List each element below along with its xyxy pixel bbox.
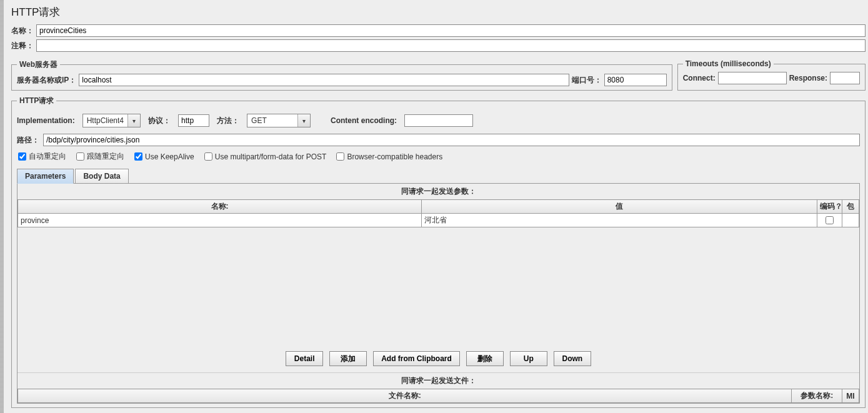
param-encode-cell[interactable] (817, 214, 842, 227)
comment-input[interactable] (36, 39, 866, 52)
name-row: 名称： (11, 24, 866, 37)
add-button[interactable]: 添加 (329, 351, 367, 366)
method-combo[interactable]: GET (247, 114, 311, 127)
chevron-down-icon (127, 114, 140, 127)
browser-compat-checkbox[interactable]: Browser-compatible headers (336, 152, 442, 161)
detail-button[interactable]: Detail (286, 351, 323, 366)
method-label: 方法： (217, 116, 239, 126)
browser-compat-box[interactable] (336, 152, 344, 161)
col-encode-header[interactable]: 编码？ (817, 200, 842, 214)
params-title: 同请求一起发送参数： (17, 184, 859, 199)
tab-parameters[interactable]: Parameters (17, 169, 74, 184)
timeouts-legend: Timeouts (milliseconds) (683, 59, 774, 68)
auto-redirect-label: 自动重定向 (29, 151, 66, 162)
implementation-combo[interactable]: HttpClient4 (82, 114, 141, 127)
param-name-cell[interactable]: province (18, 214, 422, 227)
follow-redirect-box[interactable] (76, 152, 84, 161)
port-label: 端口号： (572, 75, 602, 86)
response-input[interactable] (830, 72, 860, 84)
path-input[interactable] (43, 134, 860, 146)
keepalive-checkbox[interactable]: Use KeepAlive (134, 152, 194, 161)
down-button[interactable]: Down (554, 351, 591, 366)
multipart-checkbox[interactable]: Use multipart/form-data for POST (204, 152, 327, 161)
param-include-cell[interactable] (842, 214, 859, 227)
files-table: 文件名称: 参数名称: MI (17, 389, 859, 403)
main-panel: HTTP请求 名称： 注释： Web服务器 服务器名称或IP： 端口号： Tim… (5, 0, 868, 411)
web-server-fieldset: Web服务器 服务器名称或IP： 端口号： (11, 59, 672, 91)
param-value-cell[interactable]: 河北省 (422, 214, 817, 227)
multipart-label: Use multipart/form-data for POST (215, 152, 327, 161)
params-panel: 同请求一起发送参数： 名称: 值 编码？ 包 province 河北省 (17, 183, 860, 404)
browser-compat-label: Browser-compatible headers (347, 152, 442, 161)
http-row1: Implementation: HttpClient4 协议： 方法： GET … (17, 110, 860, 131)
chevron-down-icon (297, 114, 310, 127)
col-mime-header[interactable]: MI (842, 389, 859, 403)
delete-button[interactable]: 删除 (466, 351, 504, 366)
params-table: 名称: 值 编码？ 包 province 河北省 (17, 199, 859, 227)
protocol-input[interactable] (178, 114, 209, 127)
split-handle[interactable] (0, 0, 4, 413)
timeouts-fieldset: Timeouts (milliseconds) Connect: Respons… (677, 59, 866, 91)
implementation-value: HttpClient4 (83, 115, 127, 126)
tab-body-data[interactable]: Body Data (75, 169, 128, 184)
keepalive-box[interactable] (134, 152, 142, 161)
up-button[interactable]: Up (510, 351, 547, 366)
follow-redirect-checkbox[interactable]: 跟随重定向 (76, 151, 124, 162)
name-label: 名称： (11, 26, 34, 36)
auto-redirect-checkbox[interactable]: 自动重定向 (18, 151, 66, 162)
path-label: 路径： (17, 135, 39, 146)
port-input[interactable] (604, 74, 667, 86)
response-label: Response: (789, 74, 827, 82)
server-timeout-row: Web服务器 服务器名称或IP： 端口号： Timeouts (millisec… (11, 54, 866, 91)
col-name-header[interactable]: 名称: (18, 200, 422, 214)
col-include-header[interactable]: 包 (842, 200, 859, 214)
name-input[interactable] (36, 24, 866, 37)
server-ip-input[interactable] (79, 74, 569, 86)
path-row: 路径： (17, 134, 860, 146)
checkbox-row: 自动重定向 跟随重定向 Use KeepAlive Use multipart/… (17, 151, 860, 162)
table-row[interactable]: province 河北省 (18, 214, 859, 227)
files-header: 文件名称: 参数名称: MI (18, 389, 859, 403)
col-filepath-header[interactable]: 文件名称: (18, 389, 792, 403)
multipart-box[interactable] (204, 152, 212, 161)
implementation-label: Implementation: (17, 116, 75, 125)
comment-label: 注释： (11, 41, 34, 51)
connect-label: Connect: (683, 74, 716, 82)
web-server-legend: Web服务器 (17, 59, 60, 70)
params-empty-area[interactable] (17, 227, 859, 346)
params-buttons: Detail 添加 Add from Clipboard 删除 Up Down (17, 346, 859, 371)
encoding-label: Content encoding: (331, 116, 397, 125)
add-from-clipboard-button[interactable]: Add from Clipboard (373, 351, 460, 366)
server-ip-label: 服务器名称或IP： (17, 75, 76, 86)
files-section: 同请求一起发送文件： 文件名称: 参数名称: MI (17, 372, 859, 403)
encode-checkbox[interactable] (826, 216, 834, 224)
params-header: 名称: 值 编码？ 包 (18, 200, 859, 214)
follow-redirect-label: 跟随重定向 (87, 151, 124, 162)
col-paramname-header[interactable]: 参数名称: (792, 389, 842, 403)
connect-input[interactable] (718, 72, 787, 84)
files-title: 同请求一起发送文件： (17, 373, 859, 389)
page-title: HTTP请求 (11, 2, 866, 24)
comment-row: 注释： (11, 39, 866, 52)
http-request-legend: HTTP请求 (17, 96, 56, 106)
protocol-label: 协议： (148, 116, 171, 126)
keepalive-label: Use KeepAlive (145, 152, 194, 161)
auto-redirect-box[interactable] (18, 152, 26, 161)
tabs: Parameters Body Data (17, 168, 860, 183)
http-request-fieldset: HTTP请求 Implementation: HttpClient4 协议： 方… (11, 96, 866, 408)
col-value-header[interactable]: 值 (422, 200, 817, 214)
method-value: GET (247, 115, 297, 126)
encoding-input[interactable] (404, 114, 473, 127)
